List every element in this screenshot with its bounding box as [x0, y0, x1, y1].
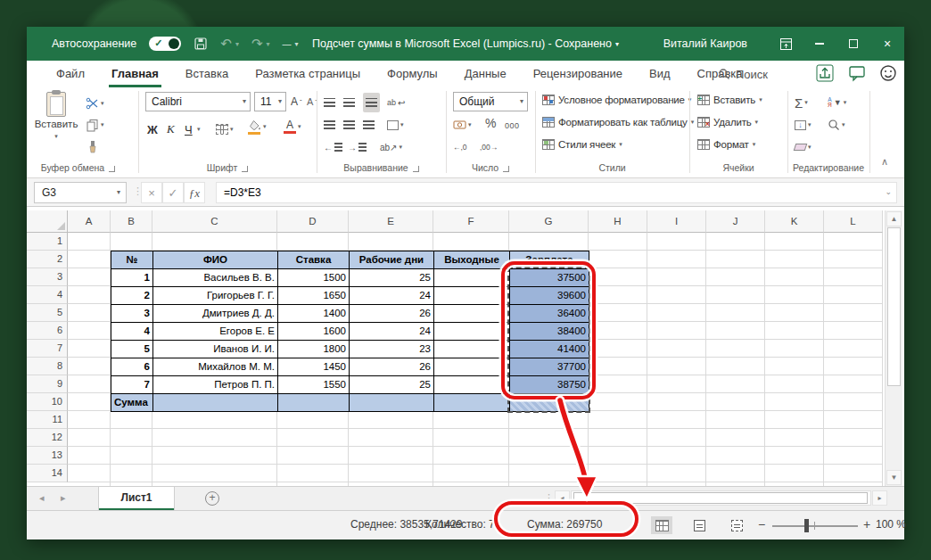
- collapse-ribbon-button[interactable]: ∧: [881, 152, 888, 171]
- format-as-table-button[interactable]: Форматировать как таблицу▾: [542, 117, 694, 128]
- autosave-toggle[interactable]: ✓: [149, 37, 181, 51]
- cell-C3[interactable]: Васильев В. В.: [153, 269, 278, 287]
- merge-center-button[interactable]: ▾: [387, 115, 404, 135]
- align-bottom-button[interactable]: [363, 93, 380, 112]
- horizontal-scroll-thumb[interactable]: [573, 492, 868, 504]
- number-group-label[interactable]: Число: [446, 161, 535, 175]
- row-header-12[interactable]: 12: [27, 429, 68, 447]
- cell-F8[interactable]: [434, 358, 510, 376]
- zoom-slider-track[interactable]: [772, 525, 858, 527]
- cell-B8[interactable]: 6: [111, 358, 153, 376]
- search-box[interactable]: Поиск: [718, 64, 768, 84]
- cell-G6[interactable]: 38400: [510, 323, 589, 341]
- cell-B4[interactable]: 2: [111, 287, 153, 305]
- table-header-Ставка[interactable]: Ставка: [278, 251, 350, 269]
- delete-cells-button[interactable]: ×Удалить▾: [697, 117, 758, 128]
- align-top-button[interactable]: [324, 93, 335, 112]
- row-header-2[interactable]: 2: [27, 251, 68, 268]
- column-header-F[interactable]: F: [433, 210, 509, 233]
- cell-D7[interactable]: 1800: [278, 341, 350, 358]
- cell-F6[interactable]: [434, 323, 510, 341]
- column-header-B[interactable]: B: [111, 210, 152, 233]
- tab-Разметка страницы[interactable]: Разметка страницы: [242, 61, 374, 87]
- cell-E8[interactable]: 26: [350, 358, 434, 376]
- cell-B10[interactable]: Сумма: [111, 394, 153, 412]
- cell-C10[interactable]: [153, 394, 278, 412]
- cell-C8[interactable]: Михайлов М. М.: [153, 358, 278, 376]
- ribbon-display-options-button[interactable]: [769, 27, 803, 61]
- tab-Главная[interactable]: Главная: [98, 61, 172, 87]
- cut-button[interactable]: ▾: [86, 94, 104, 113]
- cell-G3[interactable]: 37500: [510, 269, 589, 287]
- underline-button[interactable]: Ч: [185, 119, 193, 139]
- row-header-3[interactable]: 3: [27, 268, 68, 286]
- alignment-group-label[interactable]: Выравнивание: [317, 161, 446, 175]
- column-header-I[interactable]: I: [647, 210, 706, 233]
- cell-C7[interactable]: Иванов И. И.: [153, 341, 278, 358]
- cell-F10[interactable]: [434, 394, 510, 412]
- bold-button[interactable]: Ж: [147, 119, 158, 139]
- customize-qat-button[interactable]: —: [282, 39, 298, 49]
- percent-style-button[interactable]: %: [485, 113, 496, 133]
- insert-cells-button[interactable]: +Вставить▾: [697, 95, 762, 105]
- select-all-corner[interactable]: [27, 210, 68, 233]
- accounting-format-button[interactable]: ▾: [453, 115, 472, 135]
- format-painter-button[interactable]: [86, 136, 99, 156]
- scroll-down-icon[interactable]: ▼: [886, 470, 902, 485]
- table-header-Зарплата[interactable]: Зарплата: [510, 251, 589, 269]
- row-header-1[interactable]: 1: [27, 233, 68, 251]
- zoom-out-button[interactable]: −: [758, 517, 765, 531]
- cell-F7[interactable]: [434, 341, 510, 358]
- row-header-8[interactable]: 8: [27, 358, 68, 375]
- decrease-indent-button[interactable]: ←: [324, 137, 342, 157]
- fill-color-button[interactable]: ▾: [248, 117, 267, 136]
- table-header-№[interactable]: №: [111, 251, 153, 269]
- cell-B9[interactable]: 7: [111, 376, 153, 394]
- cell-B3[interactable]: 1: [111, 269, 153, 287]
- cell-B7[interactable]: 5: [111, 341, 153, 358]
- next-sheet-icon[interactable]: ▸: [61, 492, 66, 504]
- scroll-up-icon[interactable]: ▲: [886, 211, 902, 226]
- dialog-launcher-icon[interactable]: [503, 166, 509, 172]
- cell-C4[interactable]: Григорьев Г. Г.: [153, 287, 278, 305]
- borders-button[interactable]: ▾: [216, 119, 234, 139]
- decrease-decimal-button[interactable]: ,00→: [480, 137, 498, 157]
- wrap-text-button[interactable]: ab↩: [387, 93, 405, 112]
- sort-filter-button[interactable]: АЯ▼▾: [828, 93, 846, 112]
- cell-E7[interactable]: 23: [350, 341, 434, 358]
- zoom-in-button[interactable]: +: [863, 517, 870, 531]
- cell-G4[interactable]: 39600: [510, 287, 589, 305]
- undo-button[interactable]: ↶: [220, 36, 239, 52]
- cell-styles-button[interactable]: Стили ячеек▾: [542, 139, 622, 150]
- align-right-button[interactable]: [363, 115, 375, 135]
- normal-view-button[interactable]: [651, 516, 672, 534]
- dialog-launcher-icon[interactable]: [413, 166, 419, 172]
- number-format-combo[interactable]: Общий: [453, 92, 528, 111]
- sheet-tab-list1[interactable]: Лист1: [98, 487, 175, 510]
- maximize-button[interactable]: [836, 27, 870, 61]
- name-box[interactable]: G3: [34, 182, 127, 203]
- clipboard-group-label[interactable]: Буфер обмена: [27, 161, 129, 175]
- tab-Вставка[interactable]: Вставка: [172, 61, 242, 87]
- row-header-11[interactable]: 11: [27, 411, 68, 429]
- row-header-10[interactable]: 10: [27, 393, 68, 411]
- share-button[interactable]: [815, 63, 835, 83]
- cell-E6[interactable]: 24: [350, 323, 434, 341]
- cell-G8[interactable]: 37700: [510, 358, 589, 376]
- cell-C9[interactable]: Петров П. П.: [153, 376, 278, 394]
- cell-F9[interactable]: [434, 376, 510, 394]
- cell-E4[interactable]: 24: [350, 287, 434, 305]
- cell-D5[interactable]: 1400: [278, 305, 350, 323]
- prev-sheet-icon[interactable]: ◂: [39, 492, 45, 504]
- underline-caret-icon[interactable]: ▾: [197, 119, 201, 139]
- conditional-formatting-button[interactable]: Условное форматирование▾: [542, 95, 691, 105]
- table-header-Рабочие дни[interactable]: Рабочие дни: [350, 251, 434, 269]
- cell-D8[interactable]: 1450: [278, 358, 350, 376]
- dialog-launcher-icon[interactable]: [109, 166, 115, 172]
- cell-G7[interactable]: 41400: [510, 341, 589, 358]
- column-header-C[interactable]: C: [152, 210, 277, 233]
- column-header-D[interactable]: D: [277, 210, 349, 233]
- tab-Файл[interactable]: Файл: [43, 61, 98, 87]
- cell-C5[interactable]: Дмитриев Д. Д.: [153, 305, 278, 323]
- italic-button[interactable]: К: [167, 119, 175, 139]
